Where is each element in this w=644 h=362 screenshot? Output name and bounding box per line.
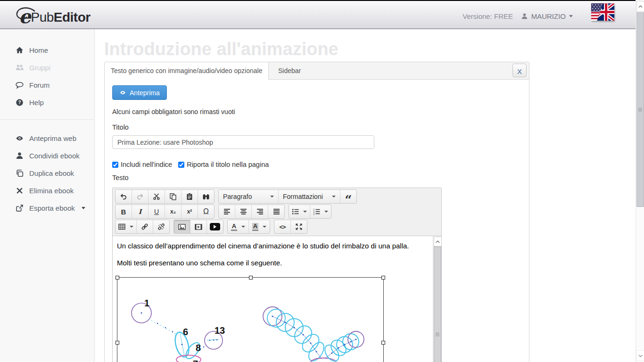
align-center-button[interactable] <box>235 205 251 218</box>
page-title: Introduzione all'animazione <box>104 39 339 59</box>
sidebar-item-esporta-ebook[interactable]: Esporta ebook <box>0 199 94 217</box>
panel-body: Anteprima Alcuni campi obbligatori sono … <box>105 80 529 362</box>
editor-paragraph[interactable]: Molti testi presentano uno schema come i… <box>113 251 441 268</box>
search-replace-button[interactable] <box>198 190 214 203</box>
sidebar-item-elimina-ebook[interactable]: Elimina ebook <box>0 182 94 199</box>
diagram-number: 7 <box>193 359 198 362</box>
tab-sidebar[interactable]: Sidebar <box>271 62 308 79</box>
sidebar-item-condividi-ebook[interactable]: Condividi ebook <box>0 147 94 165</box>
scroll-down-button[interactable] <box>636 350 644 361</box>
formats-dropdown[interactable]: Formattazioni <box>278 190 340 203</box>
resize-handle-middle-left[interactable] <box>116 341 119 345</box>
editor-scrollbar-thumb[interactable] <box>434 247 441 362</box>
media-button[interactable] <box>190 220 206 233</box>
resize-handle-middle-right[interactable] <box>381 341 385 345</box>
chevron-down-icon <box>241 226 245 228</box>
youtube-button[interactable] <box>206 220 223 233</box>
table-button[interactable] <box>116 220 136 233</box>
chevron-down-icon <box>263 226 266 228</box>
sidebar-item-label: Anteprima web <box>29 134 76 142</box>
align-group <box>218 205 285 219</box>
editor-content[interactable]: Un classico dell’apprendimento del cinem… <box>113 236 441 362</box>
resize-handle-top-center[interactable] <box>249 276 253 280</box>
editor-paragraph[interactable]: Un classico dell’apprendimento del cinem… <box>113 236 441 251</box>
chevron-down-icon <box>332 196 336 197</box>
chevron-up-icon <box>638 5 643 8</box>
close-panel-button[interactable]: X <box>512 64 527 77</box>
cut-button[interactable] <box>148 190 165 203</box>
unlink-icon <box>157 223 165 230</box>
scrollbar-thumb[interactable] <box>636 12 644 207</box>
align-left-button[interactable] <box>219 205 235 218</box>
blockquote-button[interactable]: “ <box>340 190 356 203</box>
tab-testo-generico[interactable]: Testo generico con immagine/audio/video … <box>105 62 269 80</box>
user-icon <box>521 13 528 20</box>
undo-button[interactable] <box>116 190 132 203</box>
link-button[interactable] <box>136 220 153 233</box>
underline-button[interactable]: U <box>148 205 165 218</box>
anteprima-label: Anteprima <box>130 89 160 97</box>
checkbox-label: Includi nell'indice <box>121 161 172 168</box>
media-icon <box>195 223 202 230</box>
image-button[interactable] <box>174 220 190 233</box>
editor-scroll-up-button[interactable] <box>434 237 442 247</box>
align-right-icon <box>256 208 264 215</box>
align-justify-button[interactable] <box>268 205 284 218</box>
svg-text:3: 3 <box>314 213 315 215</box>
fullscreen-button[interactable] <box>290 220 307 233</box>
resize-handle-top-left[interactable] <box>116 276 119 280</box>
selected-image[interactable]: 1 6 13 8 7 <box>117 277 384 362</box>
resize-handle-top-right[interactable] <box>381 276 385 280</box>
italic-icon: I <box>139 208 142 215</box>
language-flag-icon[interactable] <box>591 3 614 21</box>
sidebar-item-gruppi: Gruppi <box>0 59 94 76</box>
sidebar-item-duplica-ebook[interactable]: Duplica ebook <box>0 165 94 182</box>
includi-indice-checkbox-label[interactable]: Includi nell'indice <box>112 161 172 168</box>
italic-button[interactable]: I <box>132 205 148 218</box>
subscript-button[interactable]: x₂ <box>165 205 181 218</box>
sidebar-item-label: Gruppi <box>29 64 50 72</box>
paragraph-dropdown[interactable]: Paragrafo <box>219 190 278 203</box>
page-scrollbar[interactable] <box>636 0 644 362</box>
titolo-input[interactable] <box>112 135 374 149</box>
table-icon <box>118 223 125 230</box>
bold-button[interactable]: B <box>116 205 132 218</box>
riporta-titolo-checkbox-label[interactable]: Riporta il titolo nella pagina <box>178 161 269 168</box>
superscript-button[interactable]: x² <box>181 205 198 218</box>
special-char-button[interactable]: Ω <box>198 205 214 218</box>
rich-text-editor: Paragrafo Formattazioni “ <box>112 188 442 362</box>
includi-indice-checkbox[interactable] <box>112 162 118 168</box>
text-color-button[interactable]: A <box>228 220 248 233</box>
sidebar-item-anteprima-web[interactable]: Anteprima web <box>0 130 94 147</box>
unlink-button[interactable] <box>153 220 169 233</box>
riporta-titolo-checkbox[interactable] <box>178 162 184 168</box>
paste-button[interactable] <box>181 190 198 203</box>
sidebar-item-help[interactable]: ? Help <box>0 94 94 111</box>
fullscreen-icon <box>295 223 303 230</box>
bullet-list-button[interactable] <box>289 205 310 218</box>
sidebar-item-label: Home <box>29 46 48 54</box>
bouncing-ball-diagram: 1 6 13 8 7 <box>117 278 382 362</box>
anteprima-button[interactable]: Anteprima <box>112 85 167 100</box>
scroll-up-button[interactable] <box>636 1 644 12</box>
editor-scrollbar[interactable] <box>433 236 441 362</box>
youtube-icon <box>210 223 220 230</box>
background-color-button[interactable]: A <box>248 220 270 233</box>
numbered-list-icon: 123 <box>313 208 320 215</box>
sidebar-item-home[interactable]: Home <box>0 41 94 59</box>
user-menu[interactable]: MAURIZIO <box>521 12 573 20</box>
image-icon <box>178 223 186 230</box>
chevron-down-icon <box>130 226 133 228</box>
logo-editor: Editor <box>54 10 91 25</box>
source-code-button[interactable]: <> <box>274 220 290 233</box>
align-right-button[interactable] <box>251 205 268 218</box>
sidebar-item-label: Forum <box>29 81 50 89</box>
charmap-icon: Ω <box>203 207 209 216</box>
clone-icon <box>16 169 24 177</box>
copy-button[interactable] <box>165 190 181 203</box>
app-root: ePubEditor Versione: FREE MAURIZIO <box>0 0 644 362</box>
redo-button[interactable] <box>132 190 148 203</box>
app-logo[interactable]: ePubEditor <box>19 4 91 26</box>
numbered-list-button[interactable]: 123 <box>310 205 331 218</box>
sidebar-item-forum[interactable]: Forum <box>0 76 94 94</box>
